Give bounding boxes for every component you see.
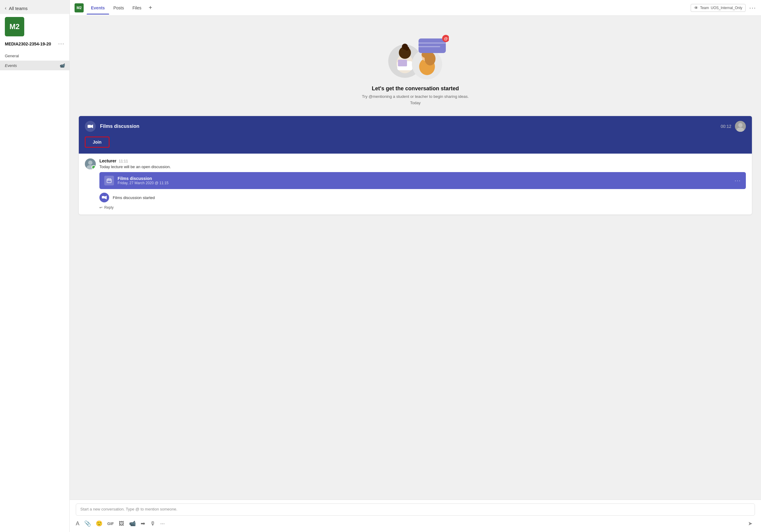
films-started-text: Films discussion started (113, 195, 155, 200)
reply-label: Reply (104, 205, 114, 210)
event-date: Friday, 27 March 2020 @ 11:15 (118, 181, 168, 185)
empty-subtitle: Try @mentioning a student or teacher to … (362, 94, 469, 99)
tab-events[interactable]: Events (87, 1, 109, 15)
join-button[interactable]: Join (85, 136, 109, 147)
channel-list: General Events 📹 (0, 51, 69, 71)
eye-icon: 👁 (694, 5, 698, 10)
event-more-button[interactable]: ··· (734, 178, 741, 184)
tab-files[interactable]: Files (128, 1, 146, 15)
channel-item-events[interactable]: Events 📹 (0, 61, 69, 70)
message-meta: Lecturer 11:11 (99, 158, 746, 163)
svg-rect-29 (102, 196, 104, 198)
svg-marker-30 (104, 196, 107, 199)
message-text: Today lecture will be an open discussion… (99, 165, 746, 169)
compose-more-icon[interactable]: ··· (160, 520, 165, 527)
reply-button[interactable]: ↩ Reply (99, 205, 746, 210)
svg-rect-6 (398, 60, 407, 66)
emoji-icon[interactable]: 🙂 (96, 520, 102, 527)
tab-team-icon: M2 (75, 3, 84, 12)
team-avatar: M2 (5, 17, 24, 36)
event-name: Films discussion (118, 176, 168, 181)
illustration: @ (382, 31, 449, 85)
meeting-time: 00:12 (721, 124, 731, 129)
send-button[interactable]: ➤ (745, 519, 755, 528)
message-author: Lecturer (99, 158, 116, 163)
gif-icon[interactable]: GIF (107, 521, 114, 526)
meeting-join-area: Join (79, 136, 752, 154)
reply-arrow-icon: ↩ (99, 205, 102, 210)
tab-posts[interactable]: Posts (109, 1, 128, 15)
video-icon[interactable]: 📹 (129, 520, 136, 527)
team-more-button[interactable]: ··· (58, 41, 65, 47)
team-badge[interactable]: 👁 Team UOS_Internal_Only (691, 4, 745, 12)
back-arrow-icon: ‹ (5, 5, 6, 11)
message-time: 11:11 (119, 159, 128, 163)
meeting-card: Films discussion 00:12 (79, 116, 752, 215)
meeting-cam-icon (85, 121, 96, 132)
empty-state: @ Let's get the conversation started Try… (79, 22, 752, 111)
format-icon[interactable]: A (76, 520, 80, 527)
sidebar: ‹ All teams M2 MEDIA2302-2354-19-20 ··· … (0, 0, 70, 532)
meeting-left: Films discussion (85, 121, 140, 132)
event-card-inline: Films discussion Friday, 27 March 2020 @… (99, 172, 746, 189)
team-name: MEDIA2302-2354-19-20 (5, 41, 51, 46)
meeting-avatar (735, 121, 746, 132)
compose-input[interactable]: Start a new conversation. Type @ to ment… (76, 504, 755, 516)
main-panel: M2 Events Posts Files + 👁 Team UOS_Inter… (70, 0, 761, 532)
team-badge-label: Team (700, 6, 709, 10)
channel-video-icon: 📹 (59, 63, 65, 68)
compose-area: Start a new conversation. Type @ to ment… (70, 500, 761, 532)
event-icon (104, 176, 114, 186)
tab-right-controls: 👁 Team UOS_Internal_Only ··· (691, 4, 756, 12)
empty-today: Today (410, 101, 421, 105)
back-label: All teams (9, 6, 28, 11)
message-body: Lecturer 11:11 Today lecture will be an … (99, 158, 746, 210)
svg-rect-12 (419, 38, 446, 53)
svg-point-23 (88, 161, 92, 165)
back-button[interactable]: ‹ All teams (0, 0, 69, 14)
films-started-row: Films discussion started (99, 193, 746, 202)
channel-item-general[interactable]: General (0, 51, 69, 61)
event-card-left: Films discussion Friday, 27 March 2020 @… (104, 176, 168, 186)
message-row: Lecturer 11:11 Today lecture will be an … (85, 158, 746, 210)
empty-title: Let's get the conversation started (372, 85, 459, 92)
compose-toolbar: A 📎 🙂 GIF 🖼 📹 ➡ 🎙 ··· ➤ (76, 519, 755, 528)
sticker-icon[interactable]: 🖼 (119, 520, 124, 527)
tab-add-button[interactable]: + (146, 0, 155, 16)
compose-placeholder: Start a new conversation. Type @ to ment… (80, 507, 177, 511)
tab-bar: M2 Events Posts Files + 👁 Team UOS_Inter… (70, 0, 761, 16)
content-area: @ Let's get the conversation started Try… (70, 16, 761, 532)
svg-point-4 (405, 46, 409, 51)
svg-rect-17 (88, 125, 91, 128)
svg-rect-25 (107, 179, 111, 183)
svg-marker-18 (91, 125, 93, 128)
channel-label-events: Events (5, 63, 17, 68)
meeting-title: Films discussion (100, 124, 140, 129)
message-thread: Lecturer 11:11 Today lecture will be an … (79, 154, 752, 215)
avatar (85, 158, 96, 169)
svg-text:@: @ (444, 36, 448, 41)
channel-label-general: General (5, 54, 19, 58)
team-name-row: MEDIA2302-2354-19-20 ··· (0, 39, 69, 51)
tab-more-button[interactable]: ··· (749, 4, 756, 11)
team-badge-value: UOS_Internal_Only (711, 6, 742, 10)
meeting-header: Films discussion 00:12 (79, 116, 752, 136)
event-info: Films discussion Friday, 27 March 2020 @… (118, 176, 168, 185)
attach-icon[interactable]: 📎 (84, 520, 91, 527)
svg-point-20 (738, 123, 742, 127)
send-icon: ➤ (748, 520, 752, 527)
conversation-area: @ Let's get the conversation started Try… (70, 16, 761, 500)
films-cam-icon (99, 193, 109, 202)
forward-icon[interactable]: ➡ (141, 520, 145, 527)
mic-icon[interactable]: 🎙 (150, 520, 155, 527)
